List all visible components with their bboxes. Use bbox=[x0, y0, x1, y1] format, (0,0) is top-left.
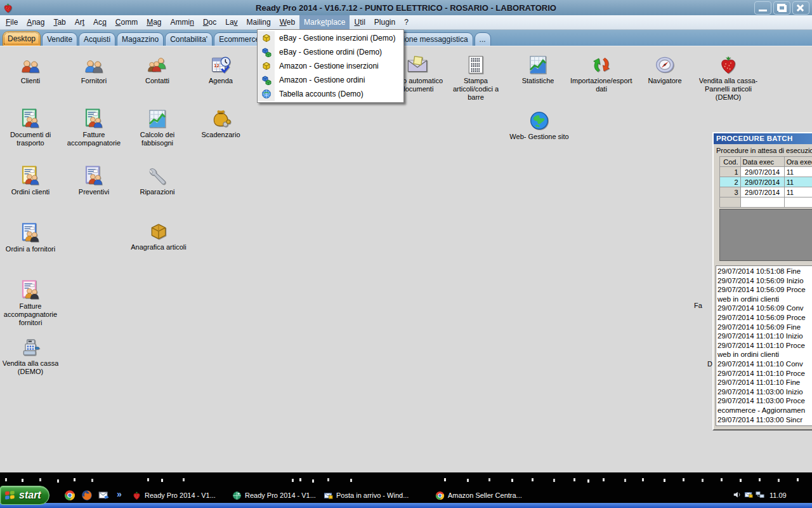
desktop-icon-importazione-esportazione-dati[interactable]: Importazione/esportazione dati bbox=[570, 55, 633, 93]
batch-log-line: 29/07/2014 11:01:10 Proce bbox=[717, 341, 812, 351]
desktop-icon-agenda[interactable]: 12Agenda bbox=[189, 55, 252, 85]
menu-item-mag[interactable]: Mag bbox=[142, 15, 166, 29]
tab-vendite[interactable]: Vendite bbox=[42, 32, 77, 46]
quick-launch-firefox-icon[interactable] bbox=[81, 490, 93, 501]
desktop-icon-fornitori[interactable]: Fornitori bbox=[62, 55, 126, 85]
desktop-icon-label: Fatture accompagnatorie bbox=[67, 131, 121, 147]
desktop-icon-riparazioni[interactable]: Riparazioni bbox=[126, 166, 189, 196]
batch-column-header-cod[interactable]: Cod. bbox=[720, 157, 741, 167]
batch-cell: 1 bbox=[720, 167, 741, 177]
tab-item[interactable]: ... bbox=[475, 32, 491, 46]
desktop-icon-documenti-di-trasporto[interactable]: Documenti di trasporto bbox=[0, 109, 62, 147]
desktop-icon-web-gestione-sito[interactable]: Web- Gestione sito bbox=[508, 110, 571, 141]
batch-cell: 29/07/2014 bbox=[740, 167, 784, 177]
menu-item-plugin[interactable]: Plugin bbox=[370, 15, 400, 29]
taskbar-task-ready-pro-2014-v1[interactable]: Ready Pro 2014 - V1... bbox=[132, 488, 228, 503]
task-label: Amazon Seller Centra... bbox=[448, 491, 522, 499]
batch-table-row[interactable]: 229/07/201411 bbox=[720, 177, 812, 187]
menu-item-comm[interactable]: Comm bbox=[111, 15, 142, 29]
batch-cell: 2 bbox=[720, 177, 741, 187]
menu-item-acq[interactable]: Acq bbox=[89, 15, 111, 29]
tray-network-icon[interactable] bbox=[756, 490, 764, 499]
menu-item-util[interactable]: Util bbox=[350, 15, 369, 29]
menu-item-doc[interactable]: Doc bbox=[199, 15, 221, 29]
cash-register-icon bbox=[20, 337, 41, 358]
minimize-button[interactable] bbox=[754, 1, 771, 15]
menu-item-label: Tabella accounts (Demo) bbox=[275, 90, 363, 98]
desktop-icon-statistiche[interactable]: Statistiche bbox=[506, 55, 570, 85]
desktop-icon-label: Statistiche bbox=[522, 77, 554, 85]
close-button[interactable] bbox=[792, 1, 809, 15]
mail-small-icon bbox=[324, 491, 333, 500]
marketplace-menu-item-tabella-accounts-demo[interactable]: Tabella accounts (Demo) bbox=[258, 87, 403, 101]
desktop-icon-ordini-clienti[interactable]: Ordini clienti bbox=[0, 166, 62, 196]
batch-log-line: 29/07/2014 10:56:09 Inizio bbox=[717, 276, 812, 286]
taskbar-bottom-edge bbox=[0, 503, 812, 508]
menu-item-anag[interactable]: Anag bbox=[22, 15, 49, 29]
desktop-icon-stampa-articoli-codici-a-barre[interactable]: Stampa articoli/codici a barre bbox=[444, 55, 508, 102]
desktop-icon-contatti[interactable]: Contatti bbox=[126, 55, 189, 85]
batch-table-row[interactable]: 329/07/201411 bbox=[720, 187, 812, 197]
restore-button[interactable] bbox=[773, 1, 790, 15]
taskbar-task-amazon-seller-centra[interactable]: Amazon Seller Centra... bbox=[435, 488, 532, 503]
tab-contabilita[interactable]: Contabilita' bbox=[165, 32, 213, 46]
start-button[interactable]: start bbox=[0, 486, 49, 505]
batch-log-line: 29/07/2014 10:56:09 Proce bbox=[717, 285, 812, 295]
menu-item-tab[interactable]: Tab bbox=[49, 15, 70, 29]
menu-item-lav[interactable]: Lav bbox=[221, 15, 242, 29]
quick-launch-chrome-icon[interactable] bbox=[64, 490, 75, 501]
doc-green-icon bbox=[84, 109, 104, 129]
task-label: Posta in arrivo - Wind... bbox=[336, 491, 409, 499]
menu-item-help[interactable]: ? bbox=[400, 15, 413, 29]
strawberry-icon bbox=[132, 491, 141, 500]
desktop-icon-label: Web- Gestione sito bbox=[509, 133, 568, 141]
taskbar-task-posta-in-arrivo-wind[interactable]: Posta in arrivo - Wind... bbox=[324, 488, 420, 503]
quick-launch-chevron[interactable]: » bbox=[117, 489, 122, 499]
tab-acquisti[interactable]: Acquisti bbox=[79, 32, 115, 46]
tray-mail-small-icon[interactable] bbox=[744, 490, 753, 499]
desktop-icon-label: Riparazioni bbox=[140, 188, 174, 196]
task-label: Ready Pro 2014 - V1... bbox=[145, 491, 216, 499]
desktop-icon-ordini-a-fornitori[interactable]: Ordini a fornitori bbox=[0, 223, 62, 253]
taskbar-clock[interactable]: 11.09 bbox=[769, 491, 787, 499]
desktop-icon-preventivi[interactable]: Preventivi bbox=[62, 166, 126, 196]
menu-item-ammin[interactable]: Ammin bbox=[166, 15, 199, 29]
batch-cell: 3 bbox=[720, 187, 741, 197]
desktop-icon-fatture-accompagnatorie-fornitori[interactable]: Fatture accompagnatorie fornitori bbox=[0, 280, 62, 327]
procedure-batch-subtitle: Procedure in attesa di esecuzione bbox=[714, 144, 812, 156]
menu-item-art[interactable]: Art bbox=[70, 15, 89, 29]
moneybag-icon bbox=[211, 109, 231, 129]
menu-item-mailing[interactable]: Mailing bbox=[242, 15, 275, 29]
strawberry-icon bbox=[718, 55, 738, 75]
batch-table-row[interactable] bbox=[720, 197, 812, 208]
batch-column-header-data-exec[interactable]: Data exec bbox=[740, 157, 784, 167]
marketplace-menu-item-ebay-gestione-inserzioni-demo[interactable]: eBay - Gestione inserzioni (Demo) bbox=[258, 31, 403, 45]
envelope-doc-icon bbox=[407, 55, 428, 75]
marketplace-menu-item-amazon-gestione-ordini[interactable]: Amazon - Gestione ordini bbox=[258, 73, 403, 87]
menu-item-file[interactable]: File bbox=[1, 15, 22, 29]
quick-launch-mail-go-icon[interactable] bbox=[98, 490, 110, 501]
menu-item-web[interactable]: Web bbox=[275, 15, 299, 29]
desktop-icon-scadenzario[interactable]: Scadenzario bbox=[189, 109, 252, 139]
desktop-icon-fatture-accompagnatorie[interactable]: Fatture accompagnatorie bbox=[62, 109, 126, 147]
desktop-icon-vendita-alla-cassa-pannelli-articoli-demo[interactable]: Vendita alla cassa- Pannelli articoli (D… bbox=[697, 55, 760, 102]
desktop-icon-vendita-alla-cassa-demo[interactable]: Vendita alla cassa (DEMO) bbox=[0, 337, 62, 376]
chart-icon bbox=[528, 55, 548, 75]
desktop-icon-label: Ordini a fornitori bbox=[6, 245, 55, 253]
batch-log-line: 29/07/2014 10:56:09 Proce bbox=[717, 313, 812, 323]
desktop-icon-clienti[interactable]: Clienti bbox=[0, 55, 62, 85]
batch-log-line: 29/07/2014 11:03:00 Sincr bbox=[717, 415, 812, 425]
box-icon bbox=[148, 221, 169, 241]
desktop-icon-anagrafica-articoli[interactable]: Anagrafica articoli bbox=[127, 221, 190, 251]
batch-column-header-ora-exec[interactable]: Ora exec bbox=[784, 157, 812, 167]
tab-magazzino[interactable]: Magazzino bbox=[117, 32, 164, 46]
marketplace-menu-item-ebay-gestione-ordini-demo[interactable]: eBay - Gestione ordini (Demo) bbox=[258, 45, 403, 59]
tray-speaker-icon[interactable] bbox=[733, 490, 742, 499]
marketplace-menu-item-amazon-gestione-inserzioni[interactable]: Amazon - Gestione inserzioni bbox=[258, 59, 403, 73]
tab-desktop[interactable]: Desktop bbox=[3, 31, 41, 46]
taskbar-task-ready-pro-2014-v1[interactable]: Ready Pro 2014 - V1... bbox=[232, 488, 329, 503]
batch-table-row[interactable]: 129/07/201411 bbox=[720, 167, 812, 177]
desktop-icon-navigatore[interactable]: Navigatore bbox=[633, 55, 697, 85]
desktop-icon-calcolo-dei-fabbisogni[interactable]: Calcolo dei fabbisogni bbox=[126, 109, 189, 147]
menu-item-marketplace[interactable]: Marketplace bbox=[299, 15, 350, 29]
